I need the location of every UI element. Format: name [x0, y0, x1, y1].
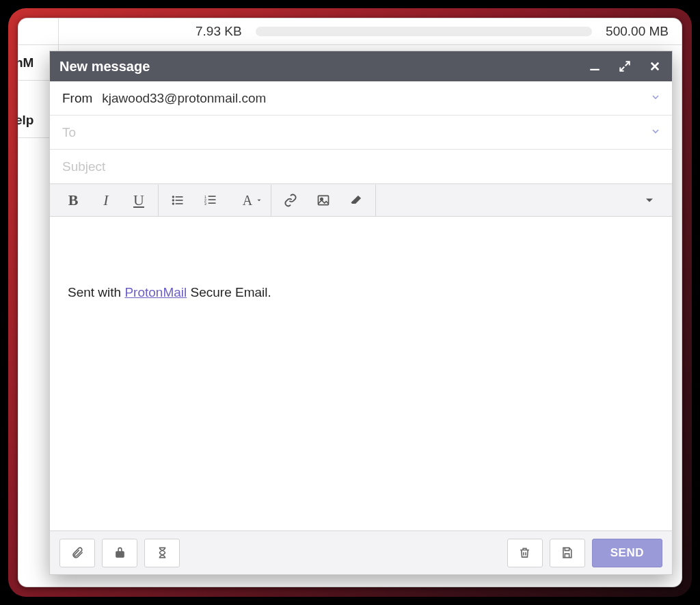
svg-rect-0	[590, 69, 600, 70]
close-icon[interactable]	[647, 59, 662, 74]
minimize-icon[interactable]	[587, 59, 602, 74]
toolbar-group-list: 123 A	[159, 185, 271, 216]
svg-text:3: 3	[204, 202, 206, 206]
eraser-button[interactable]	[340, 185, 373, 216]
window-controls	[587, 59, 662, 74]
format-toolbar: B I U 123 A	[50, 184, 672, 217]
signature-suffix: Secure Email.	[187, 285, 271, 299]
underline-button[interactable]: U	[122, 185, 155, 216]
storage-total-text: 500.00 MB	[606, 24, 669, 39]
save-draft-button[interactable]	[550, 539, 585, 567]
subject-row[interactable]: Subject	[50, 150, 672, 184]
svg-rect-8	[208, 196, 216, 197]
image-button[interactable]	[307, 185, 340, 216]
compose-body[interactable]: Sent with ProtonMail Secure Email.	[50, 217, 672, 530]
bg-side-text-1: nM	[18, 55, 33, 70]
caret-down-icon	[256, 194, 262, 206]
attachment-button[interactable]	[59, 539, 95, 567]
italic-button[interactable]: I	[90, 185, 122, 216]
toolbar-group-text: B I U	[54, 185, 159, 216]
app-frame: nM elp 7.93 KB 500.00 MB New message	[8, 8, 692, 597]
font-color-button[interactable]: A	[227, 185, 268, 216]
bold-button[interactable]: B	[57, 185, 90, 216]
storage-used-text: 7.93 KB	[196, 24, 242, 39]
signature-link[interactable]: ProtonMail	[124, 285, 187, 299]
toolbar-group-more	[376, 185, 668, 216]
numbered-list-button[interactable]: 123	[194, 185, 227, 216]
signature-prefix: Sent with	[68, 285, 124, 299]
encryption-button[interactable]	[102, 539, 137, 567]
storage-progress-bar	[256, 27, 592, 36]
svg-rect-2	[176, 196, 183, 198]
chevron-down-icon[interactable]	[650, 125, 661, 140]
expiration-button[interactable]	[144, 539, 180, 567]
from-row[interactable]: From kjawood33@protonmail.com	[50, 81, 672, 116]
expand-icon[interactable]	[617, 59, 632, 74]
svg-rect-13	[319, 196, 329, 204]
svg-rect-4	[176, 200, 183, 201]
svg-point-1	[172, 196, 174, 198]
to-placeholder: To	[62, 125, 76, 140]
compose-title: New message	[59, 59, 587, 75]
bg-storage-bar: 7.93 KB 500.00 MB	[18, 18, 682, 45]
svg-rect-12	[208, 202, 216, 204]
send-button[interactable]: SEND	[592, 539, 662, 567]
compose-window: New message	[49, 51, 673, 575]
browser-surface: nM elp 7.93 KB 500.00 MB New message	[18, 18, 682, 587]
bg-side-text-2: elp	[18, 113, 33, 128]
link-button[interactable]	[274, 185, 307, 216]
send-button-label: SEND	[610, 546, 644, 560]
more-formatting-button[interactable]	[639, 185, 660, 216]
chevron-down-icon[interactable]	[650, 91, 661, 106]
svg-point-3	[172, 199, 174, 201]
discard-button[interactable]	[507, 539, 543, 567]
bullet-list-button[interactable]	[161, 185, 194, 216]
to-row[interactable]: To	[50, 116, 672, 150]
subject-placeholder: Subject	[62, 159, 105, 174]
compose-title-bar[interactable]: New message	[50, 51, 672, 81]
svg-point-5	[172, 202, 174, 204]
toolbar-group-insert	[271, 185, 376, 216]
from-value: kjawood33@protonmail.com	[102, 91, 266, 106]
from-label: From	[62, 91, 92, 106]
svg-rect-10	[208, 199, 216, 200]
svg-rect-6	[176, 203, 183, 204]
compose-footer: SEND	[50, 530, 672, 574]
